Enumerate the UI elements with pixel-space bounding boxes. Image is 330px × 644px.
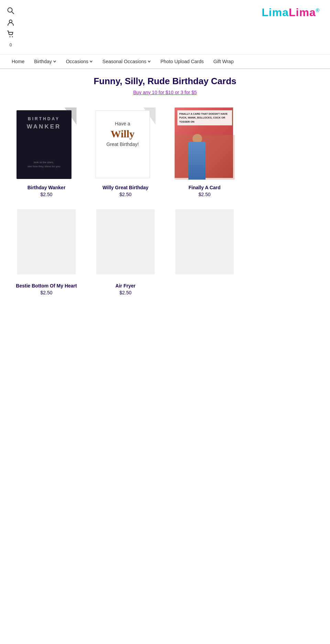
svg-point-3 [10,36,11,37]
main-content: Funny, Silly, Rude Birthday Cards Buy an… [0,69,330,302]
product-name-2: Willy Great Birthday [102,185,148,190]
logo-part2: Lima [289,6,316,19]
card-willy-text: Willy [100,128,145,140]
product-card-empty[interactable] [168,204,241,295]
nav-link-occasions[interactable]: Occasions [61,55,98,68]
product-image-willy: Have a Willy Great Birthday! [93,106,158,181]
promo-banner[interactable]: Buy any 10 for $10 or 3 for $5 [7,89,323,95]
card-person [188,134,206,180]
card-body-2: Have a Willy Great Birthday! [96,110,150,178]
product-name-5: Air Fryer [116,283,135,289]
nav-item-photo-upload[interactable]: Photo Upload Cards [156,55,209,68]
nav-item-birthday[interactable]: Birthday [29,55,61,68]
card-placeholder-airfryer [96,209,155,274]
product-grid: BIRTHDAY WANKER look at the stars,see ho… [7,106,323,295]
logo-part1: Lima [262,6,289,19]
product-image-finally: FINALLY A CARD THAT DOESN'T HAVE FUCK, W… [172,106,237,181]
search-icon[interactable] [7,7,14,16]
product-image-airfryer [93,204,158,280]
product-image-empty [172,204,237,280]
nav-item-occasions[interactable]: Occasions [61,55,98,68]
seasonal-dropdown-icon [147,60,151,63]
product-name-3: Finally A Card [188,185,220,190]
product-image-birthday-wanker: BIRTHDAY WANKER look at the stars,see ho… [14,106,79,181]
card-text-birthday: BIRTHDAY [16,116,72,121]
card-placeholder-bestie [17,209,76,274]
logo-reg: ® [316,8,320,13]
empty-slot-1 [248,106,320,197]
promo-link[interactable]: Buy any 10 for $10 or 3 for $5 [133,90,197,95]
product-name-4: Bestie Bottom Of My Heart [16,283,77,289]
product-card-airfryer[interactable]: Air Fryer $2.50 [89,204,162,295]
svg-point-2 [9,20,12,23]
svg-line-1 [12,12,14,14]
product-card-bestie[interactable]: Bestie Bottom Of My Heart $2.50 [10,204,82,295]
product-name-1: Birthday Wanker [28,185,66,190]
product-price-2: $2.50 [119,192,131,197]
product-card-birthday-wanker[interactable]: BIRTHDAY WANKER look at the stars,see ho… [10,106,82,197]
product-price-4: $2.50 [40,290,52,295]
nav-item-home[interactable]: Home [7,55,29,68]
product-price-5: $2.50 [119,290,131,295]
cart-icon[interactable] [7,30,14,39]
card-text-finally: FINALLY A CARD THAT DOESN'T HAVE FUCK, W… [177,110,232,125]
birthday-dropdown-icon [53,60,56,63]
product-price-3: $2.50 [198,192,210,197]
main-nav: Home Birthday Occasions Seasonal Occasio… [0,55,330,69]
nav-link-photo-upload[interactable]: Photo Upload Cards [156,55,209,68]
account-icon[interactable] [7,19,14,27]
product-price-1: $2.50 [40,192,52,197]
header: 0 LimaLima® [0,0,330,55]
card-placeholder-empty [175,209,234,274]
card-great-text: Great Birthday! [100,142,145,147]
occasions-dropdown-icon [89,60,93,63]
nav-link-home[interactable]: Home [7,55,29,68]
svg-point-4 [12,36,13,37]
product-card-finally[interactable]: FINALLY A CARD THAT DOESN'T HAVE FUCK, W… [168,106,241,197]
product-image-bestie [14,204,79,280]
header-icons: 0 [7,3,14,51]
cart-count: 0 [7,43,14,47]
card-subtext-1: look at the stars,see how they shine for… [23,160,65,169]
card-text-wanker: WANKER [16,123,72,130]
nav-link-birthday[interactable]: Birthday [29,55,61,68]
nav-item-gift-wrap[interactable]: Gift Wrap [209,55,239,68]
nav-link-seasonal[interactable]: Seasonal Occasions [98,55,156,68]
nav-item-seasonal[interactable]: Seasonal Occasions [98,55,156,68]
page-title: Funny, Silly, Rude Birthday Cards [7,76,323,87]
product-card-willy[interactable]: Have a Willy Great Birthday! Willy Great… [89,106,162,197]
card-body-1: BIRTHDAY WANKER look at the stars,see ho… [16,110,72,179]
nav-link-gift-wrap[interactable]: Gift Wrap [209,55,239,68]
card-have: Have a [100,121,145,126]
logo: LimaLima® [262,6,320,19]
